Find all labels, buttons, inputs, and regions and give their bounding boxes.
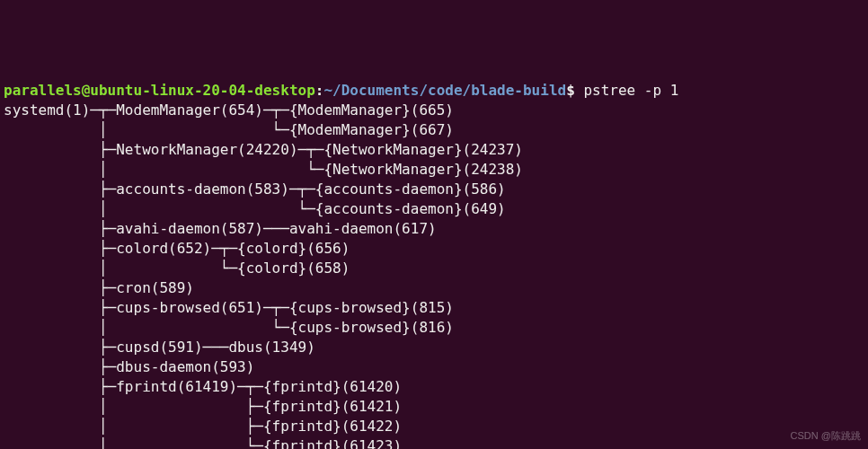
pstree-line: │ └─{ModemManager}(667) <box>4 121 454 138</box>
pstree-line: systemd(1)─┬─ModemManager(654)─┬─{ModemM… <box>4 101 454 119</box>
pstree-line: │ └─{accounts-daemon}(649) <box>4 200 506 217</box>
pstree-line: ├─cups-browsed(651)─┬─{cups-browsed}(815… <box>4 299 454 316</box>
pstree-line: │ ├─{fprintd}(61421) <box>4 398 402 415</box>
pstree-line: ├─NetworkManager(24220)─┬─{NetworkManage… <box>4 141 523 158</box>
prompt-user-host: parallels@ubuntu-linux-20-04-desktop <box>4 82 315 99</box>
pstree-line: ├─accounts-daemon(583)─┬─{accounts-daemo… <box>4 180 506 198</box>
pstree-line: ├─fprintd(61419)─┬─{fprintd}(61420) <box>4 378 402 395</box>
terminal-viewport[interactable]: parallels@ubuntu-linux-20-04-desktop:~/D… <box>0 79 868 449</box>
command-text: pstree -p 1 <box>583 82 678 99</box>
pstree-line: ├─colord(652)─┬─{colord}(656) <box>4 240 350 257</box>
pstree-line: │ └─{colord}(658) <box>4 260 350 277</box>
pstree-line: ├─dbus-daemon(593) <box>4 358 254 375</box>
prompt-dollar: $ <box>566 82 575 99</box>
pstree-line: │ └─{fprintd}(61423) <box>4 437 402 449</box>
pstree-line: │ └─{NetworkManager}(24238) <box>4 161 523 178</box>
pstree-line: ├─avahi-daemon(587)───avahi-daemon(617) <box>4 220 437 237</box>
pstree-line: ├─cron(589) <box>4 279 194 296</box>
prompt-colon: : <box>315 82 324 99</box>
pstree-line: │ └─{cups-browsed}(816) <box>4 319 454 336</box>
prompt-cwd: ~/Documents/code/blade-build <box>323 82 566 99</box>
pstree-line: │ ├─{fprintd}(61422) <box>4 418 402 435</box>
pstree-line: ├─cupsd(591)───dbus(1349) <box>4 339 315 356</box>
watermark-text: CSDN @陈跳跳 <box>791 426 861 445</box>
